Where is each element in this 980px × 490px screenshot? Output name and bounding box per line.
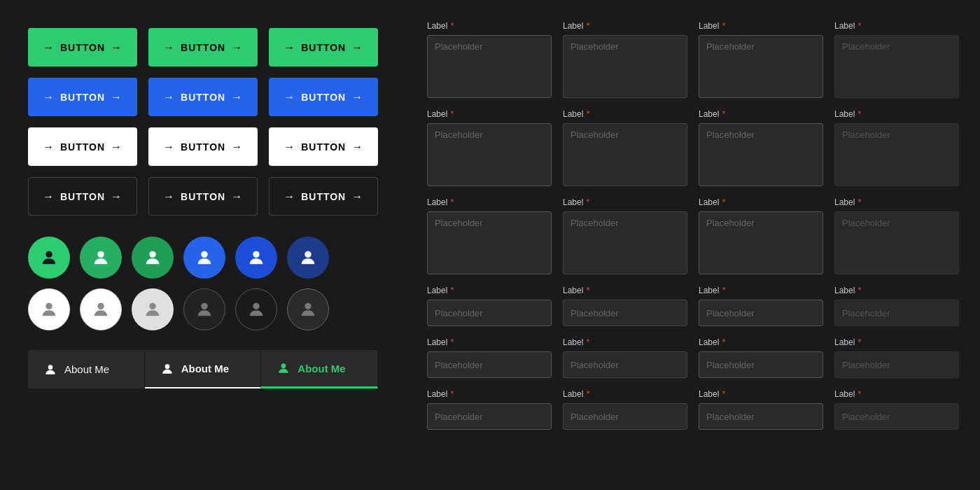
person-icon [143,300,162,319]
input-r6c3[interactable] [699,403,823,430]
about-tab-label-2: About Me [181,363,229,374]
arrow-left-icon: → [43,190,55,203]
arrow-right-icon: → [111,91,122,104]
form-label-r3c1: Label * [427,197,552,207]
blue-button-1[interactable]: → BUTTON → [28,78,137,116]
required-mark: * [451,389,454,399]
textarea-r3c4[interactable] [834,211,959,274]
avatar-white-1[interactable] [28,288,70,330]
textarea-r2c4[interactable] [834,123,959,186]
textarea-r2c2[interactable] [563,123,687,186]
textarea-r2c1[interactable] [427,123,552,186]
avatar-green-3[interactable] [132,237,174,279]
avatar-dark-1[interactable] [183,288,225,330]
about-tab-3[interactable]: About Me [261,350,378,388]
arrow-right-icon: → [351,41,363,54]
person-icon [195,248,214,267]
arrow-left-icon: → [284,190,295,203]
svg-point-2 [149,251,155,258]
input-r6c1[interactable] [427,403,552,430]
input-r4c2[interactable] [563,300,687,326]
blue-button-2[interactable]: → BUTTON → [148,78,258,116]
textarea-r3c3[interactable] [699,211,823,274]
input-r5c4[interactable] [834,351,959,378]
green-button-1[interactable]: → BUTTON → [28,28,137,66]
required-mark: * [722,337,726,347]
form-label-r1c3: Label * [699,21,823,31]
arrow-right-icon: → [231,190,243,203]
svg-point-7 [97,303,104,309]
avatar-navy[interactable] [287,237,329,279]
input-r4c3[interactable] [699,300,823,326]
person-icon [246,300,266,319]
person-icon [39,300,59,319]
form-grid: Label * Label * Label * Label * Label * … [427,21,959,430]
person-icon [143,248,162,267]
input-r5c3[interactable] [699,351,823,378]
svg-point-8 [149,303,155,309]
form-label-r6c2: Label * [563,389,687,399]
person-icon [298,248,318,267]
input-r4c1[interactable] [427,300,552,326]
arrow-left-icon: → [284,41,295,54]
form-label-r1c2: Label * [563,21,687,31]
textarea-r1c2[interactable] [563,35,687,98]
avatar-light-gray[interactable] [132,288,174,330]
avatar-section [28,237,378,330]
about-tab-label-3: About Me [298,363,345,374]
arrow-left-icon: → [43,141,55,153]
button-label: BUTTON [301,42,346,53]
textarea-r3c2[interactable] [563,211,687,274]
white-button-2[interactable]: → BUTTON → [148,127,258,166]
input-r6c2[interactable] [563,403,687,430]
svg-point-12 [48,365,53,370]
button-grid: → BUTTON → → BUTTON → → BUTTON → → BUTTO… [28,28,378,216]
form-group-r3c3: Label * [699,197,823,274]
required-mark: * [722,286,726,295]
input-r5c2[interactable] [563,351,687,378]
form-label-r5c4: Label * [834,337,959,347]
form-group-r3c1: Label * [427,197,552,274]
required-mark: * [858,337,862,347]
dark-button-3[interactable]: → BUTTON → [269,177,378,216]
button-label: BUTTON [181,191,225,202]
textarea-r1c4[interactable] [834,35,959,98]
input-r6c4[interactable] [834,403,959,430]
textarea-r1c1[interactable] [427,35,552,98]
right-panel: Label * Label * Label * Label * Label * … [406,0,980,490]
avatar-green-1[interactable] [28,237,70,279]
textarea-r3c1[interactable] [427,211,552,274]
textarea-r1c3[interactable] [699,35,823,98]
form-group-r3c4: Label * [834,197,959,274]
blue-button-3[interactable]: → BUTTON → [269,78,378,116]
green-button-2[interactable]: → BUTTON → [148,28,258,66]
about-tab-1[interactable]: About Me [28,350,145,388]
form-label-r4c1: Label * [427,286,552,295]
required-mark: * [587,197,590,207]
textarea-r2c3[interactable] [699,123,823,186]
input-r4c4[interactable] [834,300,959,326]
avatar-blue-2[interactable] [235,237,277,279]
input-r5c1[interactable] [427,351,552,378]
required-mark: * [858,109,862,119]
green-button-3[interactable]: → BUTTON → [269,28,378,66]
person-icon [298,300,318,319]
avatar-blue-1[interactable] [183,237,225,279]
about-tab-2[interactable]: About Me [145,350,262,388]
svg-point-4 [253,251,259,258]
dark-button-1[interactable]: → BUTTON → [28,177,137,216]
white-button-1[interactable]: → BUTTON → [28,127,137,166]
form-group-r5c1: Label * [427,337,552,378]
dark-button-2[interactable]: → BUTTON → [148,177,258,216]
arrow-right-icon: → [351,141,363,153]
avatar-green-2[interactable] [80,237,122,279]
form-group-r4c2: Label * [563,286,687,326]
avatar-white-2[interactable] [80,288,122,330]
required-mark: * [858,286,862,295]
required-mark: * [858,197,862,207]
white-button-3[interactable]: → BUTTON → [269,127,378,166]
arrow-left-icon: → [43,91,55,104]
avatar-dark-2[interactable] [235,288,277,330]
avatar-dark-3[interactable] [287,288,329,330]
button-label: BUTTON [301,92,346,103]
